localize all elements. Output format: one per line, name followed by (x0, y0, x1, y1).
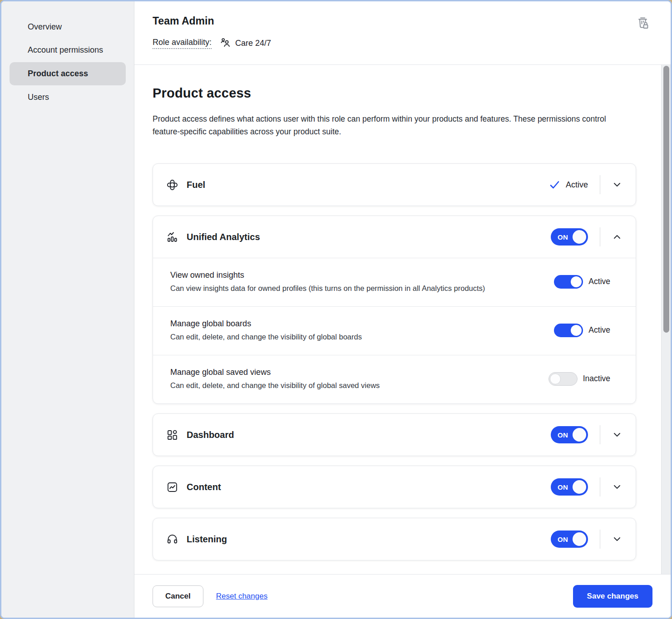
product-card-fuel: Fuel Active (153, 163, 636, 206)
toggle-knob (573, 428, 586, 442)
vertical-scrollbar-track[interactable] (661, 65, 671, 574)
content-icon (166, 481, 178, 493)
product-card-dashboard: Dashboard ON (153, 413, 636, 456)
sidebar-item-overview[interactable]: Overview (10, 16, 126, 38)
product-name: Content (187, 482, 221, 492)
toggle-knob (550, 373, 561, 384)
product-card-unified-analytics: Unified Analytics ON (153, 216, 636, 404)
divider (600, 425, 600, 444)
product-card-listening: Listening ON (153, 518, 636, 560)
vertical-scrollbar-thumb[interactable] (663, 66, 669, 333)
permission-description: Can view insights data for owned profile… (170, 284, 485, 293)
dashboard-toggle[interactable]: ON (551, 426, 588, 443)
chevron-down-icon[interactable] (612, 534, 622, 544)
toggle-knob (573, 532, 586, 546)
sidebar-item-users[interactable]: Users (10, 86, 126, 108)
toggle-knob (571, 276, 582, 287)
save-changes-button[interactable]: Save changes (573, 585, 652, 608)
permission-title: Manage global saved views (170, 368, 380, 377)
role-title: Team Admin (153, 15, 658, 27)
content-toggle[interactable]: ON (551, 478, 588, 496)
fuel-status-label: Active (566, 180, 588, 190)
toggle-on-label: ON (558, 535, 568, 543)
permission-title: Manage global boards (170, 319, 362, 329)
role-availability-row: Role availability: Care 24/7 (153, 37, 658, 49)
product-access-content: Product access Product access defines wh… (134, 65, 671, 574)
product-cards: Fuel Active (153, 163, 636, 560)
chevron-down-icon[interactable] (612, 482, 622, 492)
manage-global-saved-views-toggle[interactable] (548, 372, 578, 386)
reset-changes-link[interactable]: Reset changes (216, 592, 267, 601)
dashboard-icon (166, 429, 178, 441)
permission-state-label: Active (588, 325, 610, 335)
permission-row-manage-global-boards: Manage global boards Can edit, delete, a… (153, 306, 636, 355)
app-window: Overview Account permissions Product acc… (0, 0, 672, 619)
product-name: Fuel (187, 180, 205, 190)
check-icon (549, 179, 560, 191)
toggle-on-label: ON (558, 483, 568, 491)
page-title: Product access (153, 86, 634, 101)
chevron-up-icon[interactable] (612, 232, 622, 242)
product-card-content-header[interactable]: Content ON (153, 466, 636, 508)
role-header: Team Admin Role availability: Care 24/7 (134, 1, 671, 65)
fuel-status: Active (549, 179, 588, 191)
product-name: Dashboard (187, 430, 234, 440)
toggle-knob (573, 480, 586, 494)
action-footer: Cancel Reset changes Save changes (134, 574, 671, 618)
chevron-down-icon[interactable] (612, 430, 622, 440)
listening-toggle[interactable]: ON (551, 531, 588, 548)
role-availability-label[interactable]: Role availability: (153, 38, 212, 49)
unified-analytics-toggle[interactable]: ON (551, 228, 588, 246)
divider (600, 175, 600, 194)
people-icon (220, 37, 232, 49)
listening-icon (166, 533, 178, 545)
cancel-button[interactable]: Cancel (153, 585, 203, 607)
toggle-on-label: ON (558, 233, 568, 241)
product-card-dashboard-header[interactable]: Dashboard ON (153, 414, 636, 456)
product-name: Unified Analytics (187, 232, 260, 242)
permission-row-view-owned-insights: View owned insights Can view insights da… (153, 258, 636, 306)
trash-lock-icon (635, 15, 651, 31)
sidebar-item-product-access[interactable]: Product access (10, 62, 126, 85)
permission-row-manage-global-saved-views: Manage global saved views Can edit, dele… (153, 355, 636, 403)
divider (600, 530, 600, 549)
role-availability-value: Care 24/7 (220, 37, 271, 49)
product-card-listening-header[interactable]: Listening ON (153, 518, 636, 560)
main-panel: Team Admin Role availability: Care 24/7 (134, 1, 671, 618)
sidebar-item-account-permissions[interactable]: Account permissions (10, 39, 126, 61)
toggle-knob (573, 230, 586, 244)
settings-sidebar: Overview Account permissions Product acc… (1, 1, 134, 618)
permission-state-label: Active (588, 277, 610, 286)
permission-title: View owned insights (170, 270, 485, 280)
delete-role-button[interactable] (633, 13, 652, 33)
role-availability-text: Care 24/7 (235, 39, 271, 48)
fuel-icon (166, 179, 178, 191)
divider (600, 227, 600, 246)
product-card-fuel-header[interactable]: Fuel Active (153, 164, 636, 206)
analytics-icon (166, 231, 178, 243)
product-name: Listening (187, 534, 227, 545)
toggle-on-label: ON (558, 431, 568, 439)
manage-global-boards-toggle[interactable] (554, 324, 583, 337)
product-card-content: Content ON (153, 466, 636, 508)
permission-description: Can edit, delete, and change the visibil… (170, 381, 380, 390)
page-description: Product access defines what actions user… (153, 113, 634, 138)
permission-state-label: Inactive (583, 374, 610, 383)
product-card-unified-analytics-header[interactable]: Unified Analytics ON (153, 216, 636, 258)
permission-description: Can edit, delete, and change the visibil… (170, 333, 362, 341)
toggle-knob (571, 325, 582, 336)
view-owned-insights-toggle[interactable] (554, 275, 583, 289)
divider (600, 477, 600, 496)
chevron-down-icon[interactable] (612, 180, 622, 190)
